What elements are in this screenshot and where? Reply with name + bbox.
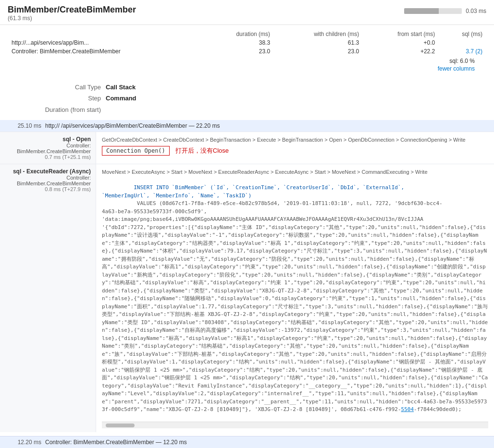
sql-pct: sql: 6.0 %	[8, 56, 486, 64]
call-type-label: Call Type	[29, 82, 101, 93]
section-label-2: sql - ExecuteReader (Async)	[8, 168, 91, 175]
row-from-start-0: +0.0	[363, 38, 439, 47]
duration-label: Duration (from start)	[29, 104, 101, 115]
timeline-text-1: http;// /api/services/app/BimMember/Crea…	[45, 122, 220, 129]
row-with-children-1: 23.0	[274, 47, 363, 56]
header-time: 0.03 ms	[466, 8, 486, 14]
sql-values: VALUES (08d67cf1-7f8a-f489-e5ce-4b82c978…	[102, 200, 488, 412]
stats-table-wrap: duration (ms) with children (ms) from st…	[0, 25, 494, 75]
info-values: Call Stack Command	[106, 82, 136, 115]
timeline-row-1: 25.10 ms http;// /api/services/app/BimMe…	[0, 120, 494, 132]
call-type-value: Call Stack	[106, 82, 136, 93]
step-label: Step	[29, 93, 101, 104]
page-subtitle: (61.3 ms)	[8, 15, 136, 22]
row-from-start-1: +22.2	[363, 47, 439, 56]
section-inner-2: sql - ExecuteReader (Async) Controller: …	[0, 164, 494, 432]
header-left: BimMember/CreateBimMember (61.3 ms)	[8, 5, 136, 22]
row-sql-1: 3.7 (2)	[439, 47, 486, 56]
callstack-text-1: GetOrCreateDbContext > CreateDbContext >…	[102, 136, 488, 144]
col-with-children: with children (ms)	[274, 30, 363, 38]
connection-open-note: 打开后，没有Close	[175, 146, 229, 155]
step-value: Command	[106, 93, 136, 104]
sql-insert: INSERT INTO `BimMember` (`Id`, `Creation…	[102, 184, 404, 199]
row-duration-1: 23.0	[204, 47, 274, 56]
section-time-1: 0.7 ms (T+25.1 ms)	[8, 154, 91, 160]
section-sublabel-1: Controller: BimMember.CreateBimMember	[8, 143, 91, 154]
timeline-ms-1: 25.10 ms	[8, 122, 41, 129]
sql-scrollbar[interactable]	[102, 422, 488, 428]
col-from-start: from start (ms)	[363, 30, 439, 38]
col-sql: sql (ms)	[439, 30, 486, 38]
info-labels: Call Type Step Duration (from start)	[29, 82, 106, 115]
sql-content: INSERT INTO `BimMember` (`Id`, `Creation…	[102, 176, 488, 422]
page-title: BimMember/CreateBimMember	[8, 5, 136, 15]
stats-table: duration (ms) with children (ms) from st…	[8, 30, 486, 56]
header: BimMember/CreateBimMember (61.3 ms) 0.03…	[0, 0, 494, 25]
section-inner-1: sql - Open Controller: BimMember.CreateB…	[0, 132, 494, 164]
row-sql-0	[439, 38, 486, 47]
bottom-ms: 12.20 ms	[8, 439, 41, 446]
progress-bar	[404, 8, 462, 14]
row-with-children-0: 61.3	[274, 38, 363, 47]
sql-link[interactable]: 5504	[401, 406, 414, 412]
page-wrapper: BimMember/CreateBimMember (61.3 ms) 0.03…	[0, 0, 494, 448]
info-panel: Call Type Step Duration (from start) Cal…	[0, 77, 494, 120]
bottom-text: Controller: BimMember.CreateBimMember — …	[45, 439, 187, 446]
section-sql-open: sql - Open Controller: BimMember.CreateB…	[0, 132, 494, 164]
section-right-1: GetOrCreateDbContext > CreateDbContext >…	[96, 132, 494, 164]
bottom-bar: 12.20 ms Controller: BimMember.CreateBim…	[0, 436, 494, 448]
progress-fill	[404, 8, 439, 14]
section-sql-execute: sql - ExecuteReader (Async) Controller: …	[0, 164, 494, 432]
table-row: Controller: BimMember.CreateBimMember 23…	[8, 47, 486, 56]
connection-open-box: Connection Open()	[102, 146, 170, 156]
section-time-2: 0.8 ms (T+27.9 ms)	[8, 186, 91, 192]
callstack-text-2: MoveNext > ExecuteAsync > Start > MoveNe…	[102, 168, 488, 176]
section-label-1: sql - Open	[8, 136, 91, 143]
fewer-columns-link[interactable]: fewer columns	[8, 64, 486, 75]
connection-open-row: Connection Open() 打开后，没有Close	[102, 146, 488, 156]
row-duration-0: 38.3	[204, 38, 274, 47]
header-right: 0.03 ms	[404, 8, 486, 14]
table-row: http://...api/services/app/Bim... 38.3 6…	[8, 38, 486, 47]
section-left-1: sql - Open Controller: BimMember.CreateB…	[0, 132, 96, 164]
section-sublabel-2: Controller: BimMember.CreateBimMember	[8, 175, 91, 186]
sql-scroll-thumb[interactable]	[106, 424, 135, 427]
section-left-2: sql - ExecuteReader (Async) Controller: …	[0, 164, 96, 432]
col-label	[8, 30, 204, 38]
row-label-1: Controller: BimMember.CreateBimMember	[8, 47, 204, 56]
section-right-2: MoveNext > ExecuteAsync > Start > MoveNe…	[96, 164, 494, 432]
col-duration: duration (ms)	[204, 30, 274, 38]
sql-end: -f7844c90ded0);	[414, 406, 461, 412]
row-label-0: http://...api/services/app/Bim...	[8, 38, 204, 47]
